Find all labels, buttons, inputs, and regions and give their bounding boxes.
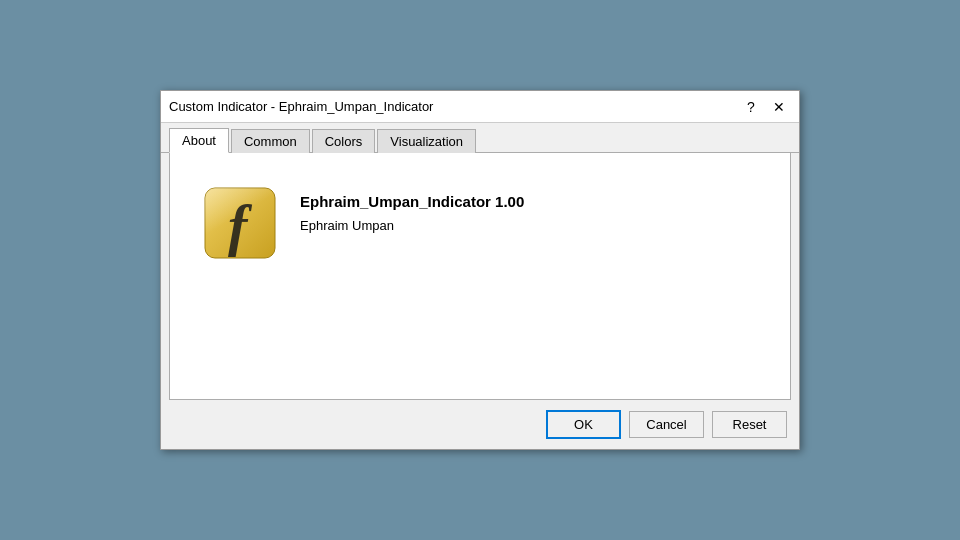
title-bar-controls: ? ✕: [739, 96, 791, 118]
reset-button[interactable]: Reset: [712, 411, 787, 438]
ok-button[interactable]: OK: [546, 410, 621, 439]
tab-common[interactable]: Common: [231, 129, 310, 153]
close-button[interactable]: ✕: [767, 96, 791, 118]
cancel-button[interactable]: Cancel: [629, 411, 704, 438]
dialog-title: Custom Indicator - Ephraim_Umpan_Indicat…: [169, 99, 433, 114]
tab-about[interactable]: About: [169, 128, 229, 153]
tab-visualization[interactable]: Visualization: [377, 129, 476, 153]
tab-bar: About Common Colors Visualization: [161, 123, 799, 153]
indicator-icon: f: [200, 183, 280, 263]
indicator-name: Ephraim_Umpan_Indicator 1.00: [300, 193, 524, 210]
tab-colors[interactable]: Colors: [312, 129, 376, 153]
indicator-author: Ephraim Umpan: [300, 218, 524, 233]
content-area: f Ephraim_Umpan_Indicator 1.00 Ephraim U…: [169, 153, 791, 400]
title-bar: Custom Indicator - Ephraim_Umpan_Indicat…: [161, 91, 799, 123]
footer: OK Cancel Reset: [161, 400, 799, 449]
title-bar-left: Custom Indicator - Ephraim_Umpan_Indicat…: [169, 99, 433, 114]
custom-indicator-dialog: Custom Indicator - Ephraim_Umpan_Indicat…: [160, 90, 800, 450]
help-button[interactable]: ?: [739, 96, 763, 118]
about-section: f Ephraim_Umpan_Indicator 1.00 Ephraim U…: [190, 173, 770, 273]
indicator-info: Ephraim_Umpan_Indicator 1.00 Ephraim Ump…: [300, 183, 524, 233]
